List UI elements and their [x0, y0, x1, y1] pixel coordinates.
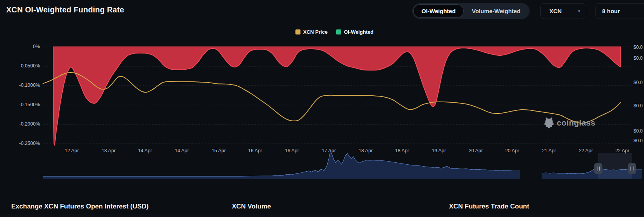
x-axis-tick: 18 Apr	[390, 148, 414, 153]
page-title: XCN OI-Weighted Funding Rate	[6, 5, 124, 14]
y-axis-tick: -0.2000%	[9, 121, 40, 127]
price-line-series	[43, 72, 621, 123]
section-title-volume: XCN Volume	[232, 203, 271, 210]
weighting-toggle[interactable]: OI-Weighted Volume-Weighted	[412, 3, 530, 19]
legend-label: OI-Weighted	[344, 29, 373, 35]
x-axis-tick: 20 Apr	[464, 148, 487, 153]
toggle-volume-weighted[interactable]: Volume-Weighted	[464, 4, 528, 18]
navigator-handle-right[interactable]	[628, 163, 636, 174]
y-axis-right-tick: $0.0	[634, 80, 642, 85]
x-axis-tick: 18 Apr	[354, 148, 377, 153]
y-axis-right-tick: $0.0	[634, 138, 642, 143]
section-title-open-interest: Exchange XCN Futures Open Interest (USD)	[11, 203, 148, 210]
symbol-select[interactable]: XCN ▾	[540, 3, 586, 19]
x-axis-tick: 12 Apr	[60, 148, 83, 153]
interval-button-label: 8 hour	[602, 8, 620, 14]
y-axis-tick: -0.1000%	[9, 83, 40, 88]
funding-area-series	[53, 47, 621, 145]
x-axis-tick: 19 Apr	[427, 148, 451, 153]
section-title-trade-count: XCN Futures Trade Count	[449, 203, 529, 210]
y-axis-tick: -0.0500%	[9, 63, 40, 69]
toggle-oi-weighted[interactable]: OI-Weighted	[413, 4, 464, 18]
xcn-price-swatch-icon	[295, 29, 300, 34]
y-axis-right-tick: $0.0	[634, 128, 642, 134]
handle-grip-icon	[597, 167, 597, 171]
x-axis-tick: 20 Apr	[501, 148, 524, 153]
x-axis-tick: 16 Apr	[280, 148, 304, 153]
handle-grip-icon	[633, 167, 634, 171]
x-axis-tick: 14 Apr	[170, 148, 193, 153]
handle-grip-icon	[630, 167, 631, 171]
legend-label: XCN Price	[303, 29, 328, 35]
y-axis-right-tick: $0.0	[634, 103, 642, 108]
x-axis-tick: 16 Apr	[243, 148, 267, 153]
x-axis-tick: 14 Apr	[133, 148, 157, 153]
y-axis-tick: -0.1500%	[9, 102, 40, 107]
y-axis-right-tick: $0.0	[634, 55, 642, 61]
oi-weighted-swatch-icon	[336, 29, 341, 34]
coinglass-logo-icon	[544, 117, 554, 129]
y-axis-tick: -0.2500%	[9, 141, 40, 146]
legend-item-xcn-price[interactable]: XCN Price	[295, 29, 328, 35]
legend-item-oi-weighted[interactable]: OI-Weighted	[336, 29, 373, 35]
y-axis-right-tick: $0.0	[634, 45, 642, 50]
x-axis-tick: 22 Apr	[574, 148, 597, 153]
x-axis-tick: 22 Apr	[611, 148, 634, 153]
handle-grip-icon	[599, 167, 600, 171]
navigator-area	[43, 151, 520, 179]
navigator-handle-left[interactable]	[594, 163, 603, 174]
x-axis-tick: 17 Apr	[317, 148, 340, 153]
navigator-selection[interactable]	[598, 153, 632, 179]
chevron-down-icon: ▾	[578, 9, 580, 13]
symbol-select-value: XCN	[549, 8, 562, 14]
x-axis-tick: 13 Apr	[97, 148, 120, 153]
x-axis-tick: 21 Apr	[537, 148, 561, 153]
watermark-text: coinglass	[557, 118, 596, 127]
chart-legend: XCN Price OI-Weighted	[295, 29, 373, 35]
y-axis-tick: 0%	[9, 44, 40, 49]
next-row-panels-edge	[0, 214, 644, 217]
interval-button[interactable]: 8 hour	[596, 3, 644, 19]
coinglass-watermark: coinglass	[544, 117, 596, 129]
x-axis-tick: 15 Apr	[207, 148, 230, 153]
